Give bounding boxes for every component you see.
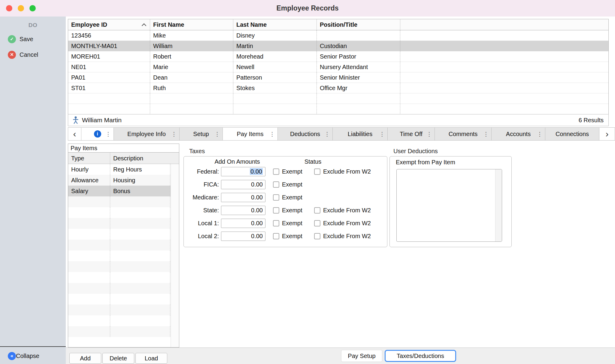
tab-setup[interactable]: Setup ⋮ (180, 128, 223, 140)
empty-cell (317, 104, 400, 114)
empty-cell (150, 93, 233, 104)
column-header-position-title[interactable]: Position/Title (317, 19, 400, 30)
empty-cell (110, 305, 170, 315)
sort-ascending-icon (142, 23, 147, 28)
empty-cell (400, 51, 608, 62)
window-title: Employee Records (276, 4, 338, 12)
federal-exclude-w2-checkbox[interactable] (314, 168, 320, 175)
empty-cell (110, 294, 170, 305)
collapse-chevrons-icon: « (8, 352, 16, 360)
local-2-exempt-checkbox[interactable] (273, 233, 279, 239)
empty-cell (110, 326, 170, 337)
employee-row[interactable]: NE01 Marie Newell Nursery Attendant (68, 62, 608, 72)
employee-row[interactable]: MOREH01 Robert Morehead Senior Pastor (68, 51, 608, 62)
tab-handle-dots-icon: ⋮ (537, 131, 543, 137)
empty-cell (68, 326, 110, 337)
federal-exempt-checkbox[interactable] (273, 168, 279, 175)
collapse-label: Collapse (16, 353, 39, 359)
fica-exempt-checkbox[interactable] (273, 181, 279, 188)
tab-employee-info[interactable]: Employee Info ⋮ (114, 128, 180, 140)
column-header-empty (400, 19, 608, 30)
empty-cell (233, 104, 317, 114)
employee-row-selected[interactable]: MONTHLY-MA01 William Martin Custodian (68, 41, 608, 51)
load-button[interactable]: Load (135, 353, 167, 364)
sidebar-divider (0, 346, 66, 347)
local-2-exclude-w2-checkbox[interactable] (314, 233, 320, 239)
medicare-amount-input[interactable]: 0.00 (221, 193, 265, 202)
position-cell: Senior Minister (317, 72, 400, 83)
exempt-label: Exempt (282, 218, 302, 228)
last-name-cell: Disney (233, 30, 317, 41)
column-header-employee-id[interactable]: Employee ID (68, 19, 150, 30)
tab-label: Accounts (506, 131, 531, 138)
exclude-w2-label: Exclude From W2 (323, 231, 371, 241)
user-deductions-scrollbar[interactable] (495, 169, 502, 241)
pay-item-row-empty (68, 315, 171, 326)
tab-accounts[interactable]: Accounts ⋮ (492, 128, 545, 140)
empty-cell (110, 283, 170, 294)
empty-cell (68, 283, 110, 294)
pay-item-row[interactable]: Allowance Housing (68, 175, 171, 186)
pay-item-row-empty (68, 250, 171, 261)
state-label: State: (184, 205, 219, 215)
add-button[interactable]: Add (69, 353, 101, 364)
taxes-deductions-button[interactable]: Taxes/Deductions (385, 350, 456, 362)
record-info-button[interactable]: i ⋮ (81, 128, 114, 140)
empty-cell (110, 196, 170, 207)
pay-item-row-empty (68, 283, 171, 294)
tab-handle-dots-icon: ⋮ (324, 131, 330, 137)
results-count: 6 Results (579, 117, 604, 124)
local-1-exempt-checkbox[interactable] (273, 220, 279, 226)
zoom-button[interactable] (29, 5, 36, 11)
last-name-cell: Stokes (233, 83, 317, 93)
pay-setup-button[interactable]: Pay Setup (341, 350, 382, 362)
tab-handle-dots-icon: ⋮ (269, 131, 275, 137)
empty-cell (68, 229, 110, 240)
column-header-last-name[interactable]: Last Name (233, 19, 317, 30)
tab-scroll-left-button[interactable]: ‹ (68, 128, 81, 140)
close-button[interactable] (6, 5, 12, 11)
state-amount-input[interactable]: 0.00 (221, 206, 265, 215)
save-button[interactable]: ✓ Save (0, 34, 66, 44)
delete-button[interactable]: Delete (102, 353, 134, 364)
tab-pay-items[interactable]: Pay Items ⋮ (223, 128, 278, 140)
local-1-amount-input[interactable]: 0.00 (221, 219, 265, 228)
pay-item-row[interactable]: Hourly Reg Hours (68, 164, 171, 175)
first-name-cell: Mike (150, 30, 233, 41)
tab-liabilities[interactable]: Liabilities ⋮ (333, 128, 388, 140)
cancel-x-icon: ✕ (8, 51, 16, 59)
tab-comments[interactable]: Comments ⋮ (435, 128, 492, 140)
tab-handle-dots-icon: ⋮ (105, 131, 111, 137)
tab-scroll-right-button[interactable]: › (599, 128, 615, 140)
tab-connections[interactable]: Connections (545, 128, 599, 140)
pay-item-row-empty (68, 326, 171, 337)
local-1-exclude-w2-checkbox[interactable] (314, 220, 320, 226)
tab-handle-dots-icon: ⋮ (214, 131, 220, 137)
pay-item-row-selected[interactable]: Salary Bonus (68, 186, 171, 196)
pay-items-scrollbar[interactable] (171, 164, 179, 347)
employee-row[interactable]: ST01 Ruth Stokes Office Mgr (68, 83, 608, 93)
state-exempt-checkbox[interactable] (273, 207, 279, 214)
empty-cell (68, 250, 110, 261)
column-header-first-name[interactable]: First Name (150, 19, 233, 30)
state-exclude-w2-checkbox[interactable] (314, 207, 320, 214)
tab-time-off[interactable]: Time Off ⋮ (388, 128, 435, 140)
minimize-button[interactable] (18, 5, 24, 11)
last-name-cell: Patterson (233, 72, 317, 83)
employee-row[interactable]: 123456 Mike Disney (68, 30, 608, 41)
employee-row[interactable]: PA01 Dean Patterson Senior Minister (68, 72, 608, 83)
exempt-from-pay-item-label: Exempt from Pay Item (396, 159, 455, 166)
pay-items-panel-title: Pay Items (68, 144, 179, 153)
user-deductions-group-box: Exempt from Pay Item (389, 156, 512, 247)
local-2-amount-input[interactable]: 0.00 (221, 232, 265, 241)
user-deductions-list[interactable] (396, 169, 502, 242)
cancel-button[interactable]: ✕ Cancel (0, 50, 66, 60)
tab-label: Deductions (290, 131, 320, 138)
tab-deductions[interactable]: Deductions ⋮ (278, 128, 333, 140)
empty-cell (150, 104, 233, 114)
medicare-exempt-checkbox[interactable] (273, 194, 279, 201)
collapse-button[interactable]: « Collapse (0, 351, 66, 361)
tab-handle-dots-icon: ⋮ (483, 131, 489, 137)
fica-amount-input[interactable]: 0.00 (221, 180, 265, 189)
federal-amount-input[interactable]: 0.00 (221, 167, 265, 176)
